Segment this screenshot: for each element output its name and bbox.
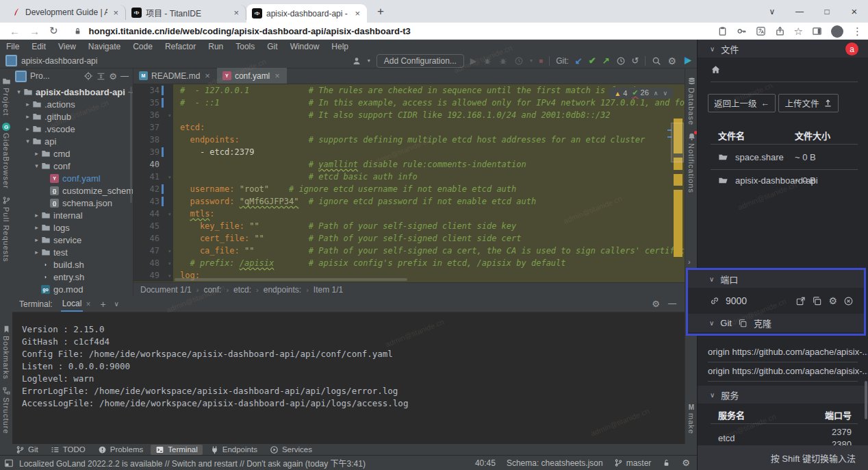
git-remote-row[interactable]: origin https://github.com/apache/apisix-… [708,366,858,376]
breadcrumb-item[interactable]: etcd: [233,285,251,295]
stripe-item-bookmarks[interactable]: Bookmarks [0,325,12,380]
tool-window-button-services[interactable]: Services [265,445,317,455]
terminal-output[interactable]: Version : 2.15.0GitHash : c1cf4d4Config … [12,312,685,410]
tool-window-button-problems[interactable]: Problems [93,445,149,455]
editor-hscrollbar[interactable] [175,278,407,281]
minimize-icon[interactable]: — [786,7,813,16]
rollback-icon[interactable]: ↺ [632,55,639,66]
ports-section-header[interactable]: ∨端口 [688,270,864,288]
project-tree-item[interactable]: ▾apisix-dashboard-api ~/ [12,86,133,98]
git-commit-icon[interactable]: ✔ [589,55,596,66]
project-tree-item[interactable]: gogo.mod [12,283,133,295]
home-icon[interactable] [711,64,721,75]
code-line[interactable]: 48▿ # prefix: /apisix # apisix config's … [133,257,685,269]
stripe-expand-icon[interactable]: › [688,258,691,266]
menu-code[interactable]: Code [127,42,159,51]
panel-options-gear-icon[interactable]: ⚙ [109,71,117,82]
editor-scrollbar-thumb[interactable] [671,123,684,162]
menu-file[interactable]: File [0,42,25,51]
user-icon[interactable] [352,56,361,66]
git-branch-name[interactable]: master [626,458,652,468]
project-panel-title[interactable]: Pro... [30,71,50,81]
stripe-item-project[interactable]: Project [0,77,12,116]
back-icon[interactable]: ← [10,25,20,37]
project-tree-item[interactable]: ›build.sh [12,258,133,271]
project-tree-item[interactable]: {}customize_schema [12,184,133,197]
password-key-icon[interactable] [737,26,747,36]
status-message[interactable]: Localized GoLand 2022.2.2 is available /… [19,457,366,469]
files-section-header[interactable]: ∨文件 [698,40,868,58]
code-line[interactable]: 46 cert_file: "" # Path of your self-sig… [133,232,685,245]
tool-window-button-todo[interactable]: TODO [46,445,90,455]
code-line[interactable]: 40 # yamllint disable rule:comments-inde… [133,158,685,171]
chevron-right-icon[interactable]: ▸ [33,150,40,157]
file-row-name[interactable]: space.share [735,152,784,162]
menu-window[interactable]: Window [284,42,326,51]
terminal-hide-icon[interactable]: — [668,299,676,308]
code-line[interactable]: 44▿ mtls: [133,208,685,220]
file-row[interactable]: apisix-dashboard-api ~ 0 B [698,171,868,190]
code-line[interactable]: 41▿ # etcd basic auth info [133,171,685,183]
reload-icon[interactable]: ↻ [49,25,58,37]
caret-position[interactable]: 40:45 [475,458,496,468]
code-line[interactable]: 34# - 127.0.0.1 # The rules are checked … [133,84,685,97]
git-remote-row[interactable]: origin https://github.com/apache/apisix-… [708,347,858,357]
editor-tab-close-icon[interactable]: × [273,71,281,81]
menu-view[interactable]: View [52,42,82,51]
chevron-down-icon[interactable]: ▾ [24,138,31,145]
hide-panel-icon[interactable]: — [120,71,129,81]
menu-help[interactable]: Help [325,42,355,51]
menu-tools[interactable]: Tools [229,42,261,51]
code-line[interactable]: 35# - ::1 # In this example, access is a… [133,97,685,109]
breadcrumb-item[interactable]: conf: [203,285,221,295]
notification-badge[interactable]: a [845,42,858,55]
maximize-icon[interactable]: □ [813,7,841,16]
terminal-tab-local[interactable]: Local [61,297,84,312]
code-line[interactable]: 37etcd: [133,121,685,134]
browser-menu-icon[interactable]: ⋮ [852,25,863,38]
project-tree-item[interactable]: ▾api [12,135,133,147]
project-tree-item[interactable]: ▸logs [12,221,133,234]
ide-settings-gear-icon[interactable]: ⚙ [682,458,690,468]
code-line[interactable]: 45 key_file: "" # Path of your self-sign… [133,220,685,232]
port-number[interactable]: 9000 [726,295,747,306]
upload-file-button[interactable]: 上传文件 [778,94,839,112]
stripe-item-pull-requests[interactable]: Pull Requests [0,196,12,262]
clone-label[interactable]: 克隆 [754,317,771,330]
editor-tab[interactable]: MREADME.md× [133,68,217,84]
menu-git[interactable]: Git [261,42,283,51]
code-line[interactable]: 42 username: "root" # ignore etcd userna… [133,183,685,195]
chevron-right-icon[interactable]: ▸ [24,125,31,132]
url-text[interactable]: hongxi.titanide.cn/ide/web/coding/apisix… [89,26,411,36]
stripe-item-make[interactable]: Mmake [685,404,698,434]
project-name[interactable]: apisix-dashboard-api [21,56,97,66]
menu-run[interactable]: Run [202,42,229,51]
side-panel-icon[interactable] [812,26,822,36]
add-configuration-button[interactable]: Add Configuration... [376,54,464,68]
project-tree-item[interactable]: ▸cmd [12,147,133,160]
coverage-icon[interactable] [498,56,508,66]
menu-navigate[interactable]: Navigate [82,42,127,51]
breadcrumb-item[interactable]: endpoints: [264,285,301,295]
stripe-item-gideabrowser[interactable]: GGideaBrowser [0,123,12,189]
code-editor[interactable]: ▲ 4 ✔ 26 ∧ ∨ 34# - 127.0.0.1 # The rules… [133,84,685,282]
browser-tab[interactable]: Development Guide | Apache× [5,5,126,20]
tool-window-button-git[interactable]: Git [11,445,43,455]
next-issue-icon[interactable]: ∨ [663,90,667,97]
history-icon[interactable] [616,56,626,66]
terminal-settings-gear-icon[interactable]: ⚙ [652,299,660,309]
chevron-right-icon[interactable]: ▸ [33,212,40,219]
tab-search-icon[interactable]: ∨ [758,7,786,16]
code-line[interactable]: 36▿ # It also support CIDR like 192.168.… [133,109,685,121]
project-tree-item[interactable]: ›entry.sh [12,271,133,283]
tab-close-icon[interactable]: × [353,8,361,18]
file-row[interactable]: space.share ~ 0 B [698,148,868,167]
stripe-item-notifications[interactable]: Notifications [685,132,698,193]
breadcrumb-item[interactable]: Document 1/1 [140,285,192,295]
project-tree-item[interactable]: ▸internal [12,209,133,221]
forward-icon[interactable]: → [29,25,40,37]
run-more-icon[interactable]: ▾ [530,58,533,64]
chevron-right-icon[interactable]: ▸ [33,236,40,243]
chevron-right-icon[interactable]: ▸ [24,113,31,120]
copy-icon[interactable] [812,296,822,306]
